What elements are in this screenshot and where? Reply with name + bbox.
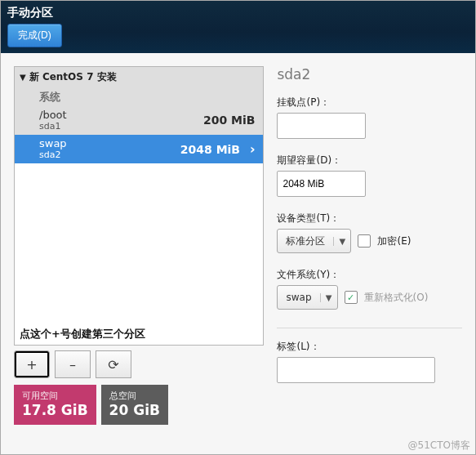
partition-row-swap[interactable]: swap sda2 2048 MiB › <box>15 135 263 163</box>
size-label: 2048 MiB <box>180 143 240 156</box>
device-label: sda1 <box>39 121 67 132</box>
mount-label: swap <box>39 137 67 149</box>
filesystem-label: 文件系统(Y)： <box>277 268 462 282</box>
device-heading: sda2 <box>277 66 462 83</box>
devtype-value: 标准分区 <box>278 234 333 248</box>
install-heading-row[interactable]: ▼ 新 CentOS 7 安装 <box>15 67 263 87</box>
chevron-right-icon: › <box>250 141 256 157</box>
mount-label: /boot <box>39 109 67 121</box>
encrypt-checkbox[interactable] <box>358 234 371 248</box>
capacity-input[interactable] <box>277 171 366 197</box>
mountpoint-label: 挂载点(P)： <box>277 96 462 109</box>
tag-input[interactable] <box>277 357 435 383</box>
tag-label: 标签(L)： <box>277 340 462 354</box>
title-bar: 手动分区 完成(D) <box>1 1 475 53</box>
group-system: 系统 <box>15 87 263 106</box>
device-label: sda2 <box>39 149 67 160</box>
right-pane: sda2 挂载点(P)： 期望容量(D)： 设备类型(T)： 标准分区 ▼ 加密… <box>277 66 462 425</box>
done-button[interactable]: 完成(D) <box>7 24 62 47</box>
refresh-button[interactable]: ⟳ <box>96 350 131 378</box>
annotation-text: 点这个+号创建第三个分区 <box>15 323 263 345</box>
filesystem-value: swap <box>278 292 319 303</box>
capacity-label: 期望容量(D)： <box>277 154 462 167</box>
add-partition-button[interactable]: + <box>14 350 50 378</box>
remove-partition-button[interactable]: – <box>55 350 91 378</box>
install-heading: 新 CentOS 7 安装 <box>29 70 117 84</box>
left-pane: ▼ 新 CentOS 7 安装 系统 /boot sda1 200 MiB sw… <box>14 66 264 425</box>
partition-tree: ▼ 新 CentOS 7 安装 系统 /boot sda1 200 MiB sw… <box>14 66 264 346</box>
available-space-label: 可用空间 <box>22 390 88 402</box>
divider <box>277 328 462 328</box>
watermark: @51CTO博客 <box>408 439 470 453</box>
encrypt-label: 加密(E) <box>377 234 411 248</box>
available-space-value: 17.8 GiB <box>22 402 88 418</box>
space-summary: 可用空间 17.8 GiB 总空间 20 GiB <box>14 385 264 425</box>
chevron-down-icon: ▼ <box>333 237 350 246</box>
reformat-checkbox[interactable] <box>345 291 358 304</box>
devtype-label: 设备类型(T)： <box>277 212 462 225</box>
total-space-label: 总空间 <box>109 390 160 402</box>
partition-toolbar: + – ⟳ <box>14 350 264 378</box>
filesystem-select[interactable]: swap ▼ <box>277 285 337 310</box>
chevron-down-icon: ▼ <box>320 293 337 302</box>
available-space-box: 可用空间 17.8 GiB <box>14 385 96 425</box>
reformat-label: 重新格式化(O) <box>364 291 429 305</box>
mountpoint-input[interactable] <box>277 113 366 139</box>
total-space-value: 20 GiB <box>109 402 160 418</box>
size-label: 200 MiB <box>203 114 256 127</box>
main-area: ▼ 新 CentOS 7 安装 系统 /boot sda1 200 MiB sw… <box>1 53 475 438</box>
collapse-triangle-icon[interactable]: ▼ <box>20 73 26 82</box>
page-title: 手动分区 <box>7 6 469 20</box>
tree-empty-area <box>15 163 263 323</box>
total-space-box: 总空间 20 GiB <box>101 385 168 425</box>
devtype-select[interactable]: 标准分区 ▼ <box>277 229 351 253</box>
partition-row-boot[interactable]: /boot sda1 200 MiB <box>15 106 263 135</box>
